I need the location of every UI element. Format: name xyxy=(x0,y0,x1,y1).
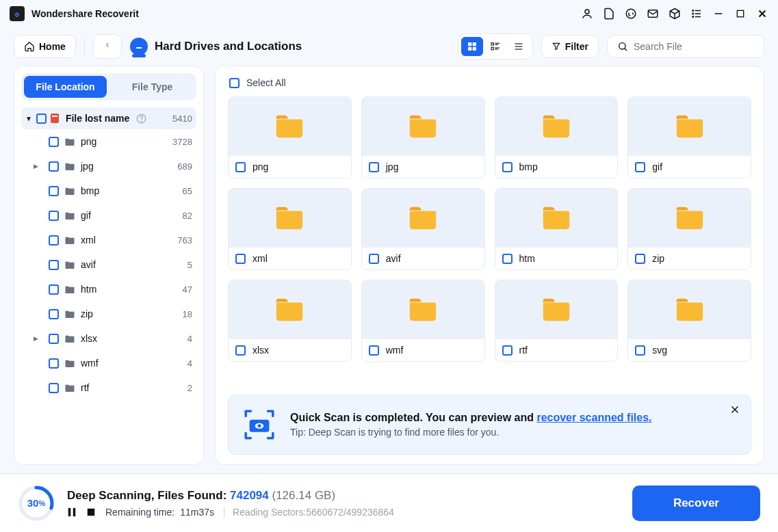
folder-card[interactable]: xml xyxy=(228,188,352,270)
folder-card[interactable]: jpg xyxy=(361,96,485,178)
home-button[interactable]: Home xyxy=(14,35,76,58)
recover-files-link[interactable]: recover scanned files. xyxy=(536,412,651,423)
support-icon[interactable] xyxy=(625,8,637,20)
checkbox[interactable] xyxy=(235,254,246,264)
tree-item-count: 689 xyxy=(177,161,192,172)
checkbox[interactable] xyxy=(49,211,59,221)
checkbox[interactable] xyxy=(49,186,59,196)
notification-close-button[interactable] xyxy=(729,403,741,418)
checkbox[interactable] xyxy=(635,345,645,356)
checkbox[interactable] xyxy=(49,358,59,369)
checkbox[interactable] xyxy=(49,260,59,270)
checkbox[interactable] xyxy=(502,254,513,264)
folder-icon xyxy=(64,310,75,319)
search-input[interactable] xyxy=(634,41,754,52)
folder-card[interactable]: rtf xyxy=(495,280,619,362)
grid-view-button[interactable] xyxy=(461,37,483,56)
pause-button[interactable] xyxy=(67,507,77,517)
tree-item[interactable]: gif82 xyxy=(21,203,196,228)
stop-button[interactable] xyxy=(86,507,96,517)
tree-item[interactable]: ▶jpg689 xyxy=(21,154,196,178)
svg-rect-30 xyxy=(51,114,59,123)
tree-item[interactable]: zip18 xyxy=(21,302,196,326)
svg-point-38 xyxy=(257,424,261,427)
checkbox[interactable] xyxy=(49,334,59,344)
status-title: Deep Scanning, Files Found: 742094 (126.… xyxy=(67,489,394,503)
checkbox[interactable] xyxy=(49,137,59,147)
search-box[interactable] xyxy=(607,35,764,58)
menu-icon[interactable] xyxy=(690,8,703,20)
tree-item[interactable]: htm47 xyxy=(21,277,196,302)
checkbox[interactable] xyxy=(49,383,59,393)
folder-card[interactable]: xlsx xyxy=(228,280,352,362)
tree-item-label: zip xyxy=(81,308,93,319)
folder-card[interactable]: wmf xyxy=(361,280,485,362)
document-icon[interactable] xyxy=(603,8,615,20)
home-icon xyxy=(24,41,35,52)
checkbox[interactable] xyxy=(369,254,379,264)
folder-name: xml xyxy=(252,253,268,264)
tree-item[interactable]: bmp65 xyxy=(21,178,196,203)
folder-icon xyxy=(274,204,305,232)
checkbox[interactable] xyxy=(49,235,59,245)
checkbox[interactable] xyxy=(49,309,59,319)
svg-line-29 xyxy=(625,49,627,51)
tree-item[interactable]: wmf4 xyxy=(21,351,196,375)
maximize-icon[interactable] xyxy=(734,8,747,20)
tree-item[interactable]: rtf2 xyxy=(21,375,196,400)
checkbox[interactable] xyxy=(235,162,246,172)
mail-icon[interactable] xyxy=(647,8,659,20)
tree-item[interactable]: xml763 xyxy=(21,228,196,252)
tree-root[interactable]: ▼ File lost name 5410 xyxy=(21,107,196,129)
folder-card[interactable]: zip xyxy=(627,188,751,270)
checkbox[interactable] xyxy=(635,162,645,172)
tree-item[interactable]: ▶xlsx4 xyxy=(21,326,196,351)
list-view-button[interactable] xyxy=(484,37,506,56)
checkbox[interactable] xyxy=(369,162,379,172)
svg-rect-41 xyxy=(68,507,71,516)
checkbox[interactable] xyxy=(369,345,379,356)
svg-rect-15 xyxy=(468,42,471,46)
filter-button[interactable]: Filter xyxy=(541,35,599,58)
checkbox[interactable] xyxy=(502,345,513,356)
recover-button[interactable]: Recover xyxy=(632,486,760,521)
checkbox[interactable] xyxy=(49,161,59,172)
checkbox[interactable] xyxy=(36,114,47,124)
folder-icon xyxy=(64,162,75,171)
package-icon[interactable] xyxy=(669,8,681,20)
help-icon[interactable] xyxy=(136,114,146,124)
checkbox[interactable] xyxy=(49,284,59,295)
checkbox[interactable] xyxy=(502,162,513,172)
checkbox[interactable] xyxy=(635,254,645,264)
tab-file-type[interactable]: File Type xyxy=(111,76,194,98)
tab-file-location[interactable]: File Location xyxy=(24,76,107,98)
tree-item[interactable]: png3728 xyxy=(21,129,196,154)
chevron-left-icon xyxy=(103,40,112,50)
folder-card[interactable]: avif xyxy=(361,188,485,270)
select-all-row[interactable]: Select All xyxy=(228,76,751,96)
file-tree[interactable]: ▼ File lost name 5410 png3728▶jpg689bmp6… xyxy=(21,107,196,457)
folder-card[interactable]: htm xyxy=(495,188,619,270)
tree-root-count: 5410 xyxy=(172,114,192,124)
close-icon[interactable] xyxy=(756,8,768,20)
tree-item-label: png xyxy=(81,136,96,147)
profile-icon[interactable] xyxy=(581,8,593,20)
detail-view-button[interactable] xyxy=(508,37,530,56)
folder-card[interactable]: png xyxy=(228,96,352,178)
back-button[interactable] xyxy=(93,34,122,59)
svg-point-14 xyxy=(137,47,138,48)
folder-card[interactable]: bmp xyxy=(495,96,619,178)
folder-thumbnail xyxy=(229,97,351,156)
tree-item-label: rtf xyxy=(81,382,89,393)
tree-item-label: htm xyxy=(81,284,96,295)
tree-item-label: jpg xyxy=(81,161,94,172)
checkbox[interactable] xyxy=(235,345,246,356)
folder-card[interactable]: gif xyxy=(627,96,751,178)
folder-thumbnail xyxy=(495,189,618,248)
tree-item[interactable]: avif5 xyxy=(21,252,196,277)
folder-card[interactable]: svg xyxy=(627,280,751,362)
minimize-icon[interactable] xyxy=(712,8,725,20)
select-all-label: Select All xyxy=(246,77,286,88)
select-all-checkbox[interactable] xyxy=(229,78,239,88)
folder-icon xyxy=(274,113,305,140)
